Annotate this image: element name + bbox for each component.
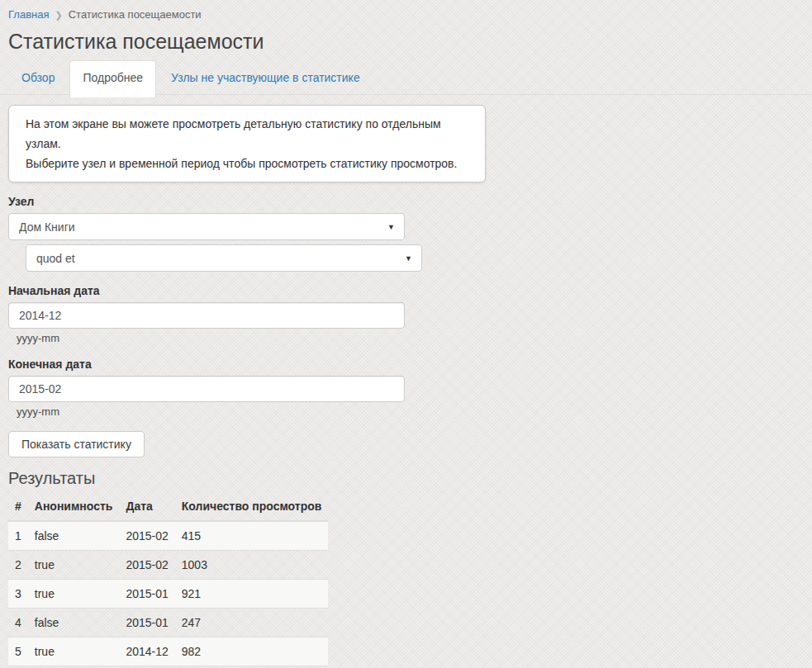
column-header-views: Количество просмотров xyxy=(175,492,329,521)
results-table-body: 1false2015-024152true2015-0210033true201… xyxy=(8,521,328,668)
start-date-hint: yyyy-mm xyxy=(17,332,812,345)
column-header-anonymity: Анонимность xyxy=(28,492,120,521)
column-header-index: # xyxy=(8,492,28,521)
breadcrumb-current: Статистика посещаемости xyxy=(69,8,202,21)
end-date-label: Конечная дата xyxy=(8,358,812,372)
node-label: Узел xyxy=(8,195,812,209)
end-date-input[interactable] xyxy=(8,376,405,402)
tab-excluded-nodes[interactable]: Узлы не участвующие в статистике xyxy=(158,60,373,94)
column-header-date: Дата xyxy=(119,492,174,521)
table-cell: false xyxy=(28,521,120,551)
table-cell: 2014-12 xyxy=(119,637,174,666)
table-cell: 247 xyxy=(175,609,329,637)
tab-details[interactable]: Подробнее xyxy=(69,60,156,97)
table-row: 5true2014-12982 xyxy=(8,637,328,666)
table-cell: true xyxy=(28,637,120,666)
start-date-label: Начальная дата xyxy=(8,284,812,298)
table-header-row: # Анонимность Дата Количество просмотров xyxy=(8,492,328,521)
end-date-hint: yyyy-mm xyxy=(17,405,812,419)
table-cell: 982 xyxy=(175,637,329,666)
table-cell: 5 xyxy=(8,637,28,666)
show-statistics-button[interactable]: Показать статистику xyxy=(8,431,145,457)
subnode-select[interactable]: quod et xyxy=(26,244,422,272)
page-title: Статистика посещаемости xyxy=(8,30,812,54)
table-cell: 1003 xyxy=(175,551,329,580)
chevron-right-icon: ❯ xyxy=(55,10,62,20)
breadcrumb: Главная❯Статистика посещаемости xyxy=(0,0,812,21)
table-cell: true xyxy=(28,580,120,609)
table-cell: 2015-01 xyxy=(119,580,174,609)
table-cell: 2015-01 xyxy=(119,609,174,637)
table-row: 3true2015-01921 xyxy=(8,580,328,609)
tab-bar: Обзор Подробнее Узлы не участвующие в ст… xyxy=(0,60,812,95)
info-line-2: Выберите узел и временной период чтобы п… xyxy=(26,154,468,173)
table-row: 1false2015-02415 xyxy=(8,521,328,551)
results-table: # Анонимность Дата Количество просмотров… xyxy=(8,492,328,668)
table-cell: 415 xyxy=(175,521,329,551)
node-select[interactable]: Дом Книги xyxy=(8,213,405,240)
info-box: На этом экране вы можете просмотреть дет… xyxy=(8,105,486,182)
table-cell: true xyxy=(28,551,120,580)
start-date-input[interactable] xyxy=(8,302,405,329)
node-select-wrap: Дом Книги ▼ xyxy=(8,213,405,240)
table-cell: 2015-02 xyxy=(119,551,174,580)
table-cell: 3 xyxy=(8,580,28,609)
breadcrumb-home-link[interactable]: Главная xyxy=(8,8,49,21)
table-cell: 921 xyxy=(175,580,329,609)
table-row: 4false2015-01247 xyxy=(8,609,328,637)
results-title: Результаты xyxy=(8,469,812,488)
table-cell: false xyxy=(28,609,120,637)
table-cell: 1 xyxy=(8,521,28,551)
tab-overview[interactable]: Обзор xyxy=(8,60,68,94)
table-cell: 2015-02 xyxy=(119,521,174,551)
subnode-select-wrap: quod et ▼ xyxy=(26,244,422,272)
table-cell: 2 xyxy=(8,551,28,580)
info-line-1: На этом экране вы можете просмотреть дет… xyxy=(26,114,468,154)
table-row: 2true2015-021003 xyxy=(8,551,328,580)
table-cell: 4 xyxy=(8,609,28,637)
